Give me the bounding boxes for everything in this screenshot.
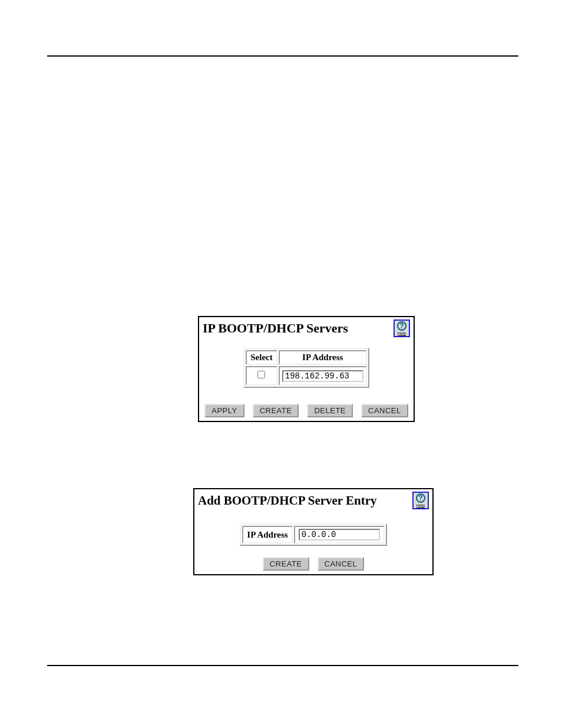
- question-mark-icon: ?: [416, 493, 425, 503]
- select-checkbox[interactable]: [257, 371, 265, 378]
- ip-address-input[interactable]: [299, 529, 380, 541]
- delete-button[interactable]: DELETE: [307, 404, 353, 417]
- dialog-header: IP BOOTP/DHCP Servers ? Help: [199, 317, 414, 340]
- ip-label-cell: IP Address: [242, 526, 292, 543]
- add-bootp-dhcp-server-dialog: Add BOOTP/DHCP Server Entry ? Help IP Ad…: [193, 488, 434, 575]
- table-row: [246, 366, 366, 386]
- top-horizontal-rule: [47, 55, 518, 57]
- help-icon[interactable]: ? Help: [394, 319, 410, 337]
- ip-input-cell: [294, 526, 385, 543]
- help-icon[interactable]: ? Help: [412, 492, 429, 509]
- server-table-wrap: Select IP Address: [199, 348, 414, 388]
- cancel-button[interactable]: CANCEL: [318, 557, 365, 571]
- add-entry-row: IP Address: [194, 523, 432, 546]
- help-label: Help: [416, 503, 425, 508]
- server-table: Select IP Address: [243, 348, 369, 388]
- ip-bootp-dhcp-servers-dialog: IP BOOTP/DHCP Servers ? Help Select IP A…: [198, 316, 415, 422]
- dialog-title: Add BOOTP/DHCP Server Entry: [198, 493, 412, 508]
- ip-address-input[interactable]: [282, 370, 363, 382]
- ip-address-label: IP Address: [247, 530, 287, 539]
- question-mark-icon: ?: [397, 321, 406, 331]
- column-header-select: Select: [246, 350, 277, 365]
- select-cell: [246, 366, 277, 386]
- dialog-header: Add BOOTP/DHCP Server Entry ? Help: [194, 489, 432, 512]
- ip-cell: [279, 366, 367, 386]
- add-entry-table: IP Address: [240, 523, 386, 546]
- cancel-button[interactable]: CANCEL: [361, 404, 408, 417]
- column-header-ip: IP Address: [279, 350, 367, 365]
- button-row: APPLY CREATE DELETE CANCEL: [199, 404, 414, 417]
- dialog-title: IP BOOTP/DHCP Servers: [203, 321, 394, 336]
- button-row: CREATE CANCEL: [194, 557, 432, 571]
- bottom-horizontal-rule: [47, 665, 518, 666]
- apply-button[interactable]: APPLY: [204, 404, 244, 417]
- create-button[interactable]: CREATE: [253, 404, 299, 417]
- help-label: Help: [398, 331, 406, 335]
- create-button[interactable]: CREATE: [263, 557, 309, 571]
